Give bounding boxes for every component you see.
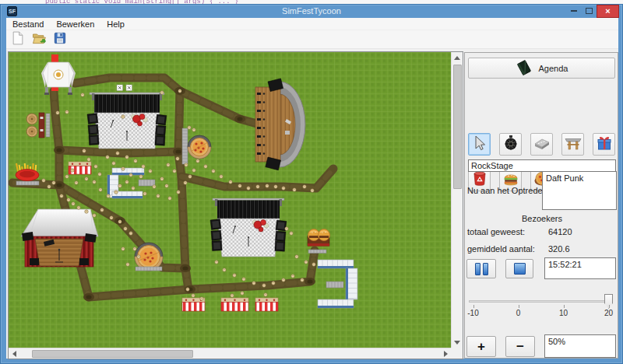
- tool-spotlight-button[interactable]: [499, 133, 522, 156]
- horizontal-scrollbar[interactable]: [9, 348, 451, 359]
- arrow-left-icon: [12, 351, 16, 357]
- window-title: SimFestTycoon: [1, 6, 622, 16]
- scrollbar-corner: [451, 348, 463, 359]
- stage-name-input[interactable]: [468, 159, 616, 172]
- gift-icon: [595, 134, 614, 155]
- scroll-up-arrow[interactable]: [452, 52, 463, 63]
- map-bench[interactable]: [139, 180, 155, 186]
- map-bench[interactable]: [326, 282, 343, 288]
- title-bar[interactable]: SF SimFestTycoon ×: [1, 5, 622, 18]
- tool-cursor-button[interactable]: [468, 133, 491, 156]
- arrow-right-icon: [444, 351, 448, 357]
- tool-gift-button[interactable]: [593, 133, 615, 156]
- toolbar: [6, 30, 618, 49]
- slider-tick-label: 20: [604, 309, 613, 317]
- save-button[interactable]: [51, 31, 69, 48]
- total-visitors-label: totaal geweest:: [467, 227, 525, 236]
- now-playing-listbox[interactable]: Daft Punk: [542, 171, 617, 210]
- now-playing-artist: Daft Punk: [546, 173, 583, 183]
- speed-slider[interactable]: -1001020: [469, 292, 613, 316]
- visitors-header: Bezoekers: [465, 214, 619, 223]
- tool-gate-button[interactable]: [561, 133, 584, 156]
- app-window: SF SimFestTycoon × Bestand Bewerken Help: [0, 4, 623, 364]
- slider-tick: [609, 305, 610, 308]
- now-playing-label: Nu aan het Optreden:: [467, 186, 550, 195]
- desktop: public static void main(String[] args) {…: [0, 0, 623, 364]
- open-folder-icon: [31, 30, 47, 49]
- slider-track[interactable]: [469, 300, 613, 303]
- gate-icon: [564, 134, 583, 155]
- zoom-out-button[interactable]: −: [505, 336, 535, 357]
- slider-tick-label: -10: [467, 309, 478, 317]
- vertical-scroll-thumb[interactable]: [453, 65, 462, 189]
- spotlight-icon: [502, 134, 520, 155]
- map-panel: [8, 51, 463, 359]
- minimize-icon: [571, 10, 577, 12]
- stop-icon: [514, 263, 526, 275]
- agenda-label: Agenda: [539, 64, 568, 73]
- map-rock-stage[interactable]: [87, 85, 167, 149]
- vertical-scrollbar[interactable]: [451, 52, 463, 348]
- menu-bewerken[interactable]: Bewerken: [50, 18, 100, 30]
- pause-icon: [475, 263, 480, 275]
- minimize-button[interactable]: [567, 5, 580, 17]
- map-pizza-stand[interactable]: [188, 135, 211, 159]
- maximize-button[interactable]: [583, 5, 596, 17]
- slider-tick-label: 0: [516, 309, 521, 317]
- close-button[interactable]: ×: [597, 5, 619, 18]
- horizontal-scroll-thumb[interactable]: [32, 350, 193, 358]
- festival-map[interactable]: [9, 52, 451, 348]
- map-tent-stage[interactable]: [21, 209, 98, 267]
- pause-button[interactable]: [466, 259, 496, 278]
- content-area: Agenda Nu aan het Optreden: Daft Punk Be…: [6, 49, 618, 359]
- maximize-icon: [586, 8, 593, 14]
- slider-tick-label: 10: [559, 309, 568, 317]
- scroll-right-arrow[interactable]: [440, 348, 451, 359]
- map-main-stage-2[interactable]: [210, 198, 287, 257]
- map-market-stall[interactable]: [221, 298, 248, 311]
- zoom-in-button[interactable]: +: [466, 336, 496, 357]
- map-viewport[interactable]: [9, 52, 451, 348]
- stop-button[interactable]: [505, 259, 533, 278]
- tool-road-button[interactable]: [530, 133, 553, 156]
- arrow-up-icon: [454, 56, 460, 60]
- scroll-left-arrow[interactable]: [9, 348, 19, 359]
- new-file-icon: [10, 30, 26, 49]
- save-floppy-icon: [52, 30, 68, 49]
- average-visitors-label: gemiddeld aantal:: [467, 244, 535, 254]
- map-fries-stand[interactable]: [16, 163, 39, 185]
- open-file-button[interactable]: [30, 31, 48, 48]
- map-market-stall[interactable]: [69, 162, 91, 174]
- total-visitors-value: 64120: [548, 227, 572, 236]
- cursor-icon: [470, 134, 489, 155]
- map-burger-stand[interactable]: [308, 229, 330, 254]
- pause-icon: [483, 263, 488, 275]
- agenda-book-icon: [516, 59, 533, 78]
- slider-tick: [519, 305, 519, 308]
- control-panel: Agenda Nu aan het Optreden: Daft Punk Be…: [464, 52, 618, 359]
- slider-tick: [564, 305, 565, 308]
- average-visitors-value: 320.6: [548, 244, 570, 254]
- map-market-stall[interactable]: [255, 298, 278, 311]
- new-file-button[interactable]: [9, 31, 26, 48]
- road-icon: [533, 134, 551, 155]
- scroll-down-arrow[interactable]: [452, 337, 463, 348]
- map-bench[interactable]: [182, 128, 188, 164]
- zoom-level-field[interactable]: 50%: [544, 334, 616, 358]
- menu-bar: Bestand Bewerken Help: [6, 18, 618, 30]
- menu-help[interactable]: Help: [100, 18, 131, 30]
- arrow-down-icon: [454, 341, 460, 345]
- slider-tick: [473, 305, 474, 308]
- time-display[interactable]: 15:52:21: [544, 257, 616, 279]
- agenda-button[interactable]: Agenda: [468, 58, 615, 79]
- menu-bestand[interactable]: Bestand: [6, 18, 50, 30]
